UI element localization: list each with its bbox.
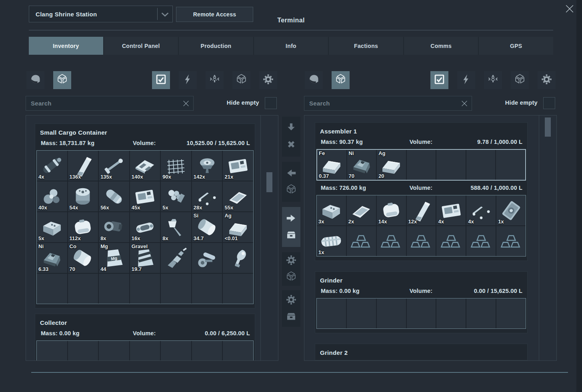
scrollbar-thumb[interactable] <box>545 117 551 137</box>
inventory-slot-empty[interactable] <box>130 274 160 304</box>
tab-gps[interactable]: GPS <box>479 37 553 55</box>
inventory-slot-empty[interactable] <box>317 298 346 328</box>
inventory-slot-powder-bag[interactable]: MgMg44 <box>99 243 129 273</box>
inventory-slot-solar-cell[interactable]: 28x <box>192 181 222 211</box>
character-inventory-button[interactable] <box>26 71 44 89</box>
inventory-slot-component-box[interactable]: 3x <box>317 195 346 225</box>
inventory-slot-ingot-ghost[interactable] <box>347 226 376 256</box>
hide-empty-checkbox[interactable] <box>265 97 277 109</box>
inventory-slot-display-pane[interactable]: 2x <box>347 195 376 225</box>
filter-storage-button[interactable] <box>511 71 529 89</box>
tab-comms[interactable]: Comms <box>404 37 479 55</box>
close-icon[interactable] <box>564 3 576 15</box>
inventory-slot-welder-arm[interactable]: 8x <box>161 212 191 242</box>
filter-energy-button[interactable] <box>457 71 475 89</box>
inventory-slot-empty[interactable] <box>37 274 67 304</box>
search-clear-icon[interactable] <box>457 96 472 110</box>
inventory-slot-ingot[interactable]: Fe0.37 <box>317 150 346 180</box>
inventory-slot-cylinder-ingot[interactable]: Co70 <box>68 243 98 273</box>
inventory-slot-gravel-bag[interactable]: Gravel19.7 <box>130 243 160 273</box>
scrollbar-track[interactable] <box>539 115 556 360</box>
filter-ship-button[interactable] <box>206 71 224 89</box>
inventory-slot-cylinder-ingot[interactable]: Si34.7 <box>192 212 222 242</box>
inventory-slot-canvas[interactable]: 112x <box>68 212 98 242</box>
tab-control-panel[interactable]: Control Panel <box>104 37 179 55</box>
transfer-to-selected-inventory-button[interactable] <box>282 207 300 247</box>
inventory-slot-hydrogen-tank[interactable]: 1x <box>317 226 346 256</box>
inventory-slot-empty[interactable] <box>130 341 160 360</box>
inventory-slot-empty[interactable] <box>99 341 129 360</box>
inventory-slot-solar-cell[interactable]: 4x <box>466 195 496 225</box>
hide-empty-checkbox[interactable] <box>543 97 555 109</box>
inventory-slot-steel-plate[interactable]: 12x <box>407 195 436 225</box>
tab-info[interactable]: Info <box>254 37 329 55</box>
inventory-slot-ingot-dark[interactable]: Ni70 <box>347 150 376 180</box>
inventory-slot-ingot[interactable]: Ag20 <box>377 150 406 180</box>
transfer-to-connected-grid-button[interactable] <box>282 162 300 202</box>
search-input[interactable] <box>304 100 457 107</box>
inventory-slot-ingot-ghost[interactable] <box>496 226 526 256</box>
grid-inventories-button[interactable] <box>53 71 71 89</box>
character-inventory-button[interactable] <box>305 71 323 89</box>
inventory-slot-empty[interactable] <box>37 341 67 360</box>
inventory-slot-angle-grinder[interactable] <box>192 243 222 273</box>
search-input[interactable] <box>26 100 179 107</box>
inventory-slot-construction-parts[interactable]: 40x <box>37 181 67 211</box>
inventory-slot-motor-drum[interactable]: 54x <box>68 181 98 211</box>
inventory-slot-welder[interactable] <box>223 243 253 273</box>
filter-system-button[interactable] <box>538 71 556 89</box>
filter-show-all-button[interactable] <box>430 71 448 89</box>
inventory-slot-ingot-dark[interactable]: Ni6.33 <box>37 243 67 273</box>
inventory-slot-empty[interactable] <box>466 150 496 180</box>
inventory-slot-empty[interactable] <box>496 150 525 180</box>
inventory-slot-power-cell[interactable]: 1x <box>496 195 526 225</box>
inventory-slot-empty[interactable] <box>192 274 222 304</box>
inventory-slot-circuit[interactable]: 45x <box>130 181 160 211</box>
inventory-slot-empty[interactable] <box>192 341 222 360</box>
inventory-slot-thruster-part[interactable]: 5x <box>161 181 191 211</box>
filter-storage-button[interactable] <box>232 71 250 89</box>
filter-ship-button[interactable] <box>484 71 502 89</box>
inventory-slot-empty[interactable] <box>68 274 98 304</box>
inventory-slot-empty[interactable] <box>99 274 129 304</box>
inventory-slot-tube-dark[interactable]: 4x <box>37 151 67 181</box>
inventory-slot-circuit[interactable]: 21x <box>223 151 253 181</box>
inventory-slot-empty[interactable] <box>68 341 98 360</box>
tab-factions[interactable]: Factions <box>329 37 404 55</box>
inventory-slot-ingot-ghost[interactable] <box>436 226 466 256</box>
inventory-slot-empty[interactable] <box>377 298 406 328</box>
inventory-slot-grated-plate[interactable]: 90x <box>161 151 191 181</box>
filter-show-all-button[interactable] <box>152 71 170 89</box>
auto-transfer-inventory-button[interactable] <box>282 290 300 327</box>
throw-item-out-button[interactable] <box>282 117 300 157</box>
filter-energy-button[interactable] <box>179 71 197 89</box>
inventory-slot-ingot-ghost[interactable] <box>466 226 496 256</box>
inventory-slot-detector[interactable]: 16x <box>130 212 160 242</box>
inventory-slot-empty[interactable] <box>407 298 436 328</box>
tab-inventory[interactable]: Inventory <box>29 37 104 55</box>
auto-transfer-grid-button[interactable] <box>282 252 300 286</box>
inventory-slot-empty[interactable] <box>436 150 466 180</box>
inventory-slot-motor[interactable]: 142x <box>192 151 222 181</box>
scrollbar-track[interactable] <box>260 115 278 360</box>
inventory-slot-empty[interactable] <box>161 341 191 360</box>
inventory-slot-empty[interactable] <box>407 150 436 180</box>
tab-production[interactable]: Production <box>179 37 254 55</box>
inventory-slot-component-box[interactable]: 5x <box>37 212 67 242</box>
inventory-slot-capsule[interactable]: 56x <box>99 181 129 211</box>
inventory-slot-empty[interactable] <box>223 274 253 304</box>
remote-access-button[interactable]: Remote Access <box>176 7 253 22</box>
search-clear-icon[interactable] <box>179 96 193 110</box>
inventory-slot-steel-plate[interactable]: 136x <box>68 151 98 181</box>
inventory-slot-ingot-ghost[interactable] <box>407 226 436 256</box>
inventory-slot-ingot-ghost[interactable] <box>377 226 406 256</box>
inventory-slot-interior-plate[interactable]: 140x <box>130 151 160 181</box>
inventory-slot-empty[interactable] <box>466 298 496 328</box>
grid-selector-dropdown[interactable]: Clang Shrine Station <box>29 6 173 22</box>
inventory-slot-empty[interactable] <box>496 298 526 328</box>
inventory-slot-hand-drill[interactable] <box>161 243 191 273</box>
inventory-slot-ingot[interactable]: Ag<0.01 <box>223 212 253 242</box>
inventory-slot-circuit[interactable]: 4x <box>436 195 466 225</box>
inventory-slot-empty[interactable] <box>436 298 466 328</box>
inventory-slot-empty[interactable] <box>347 298 376 328</box>
